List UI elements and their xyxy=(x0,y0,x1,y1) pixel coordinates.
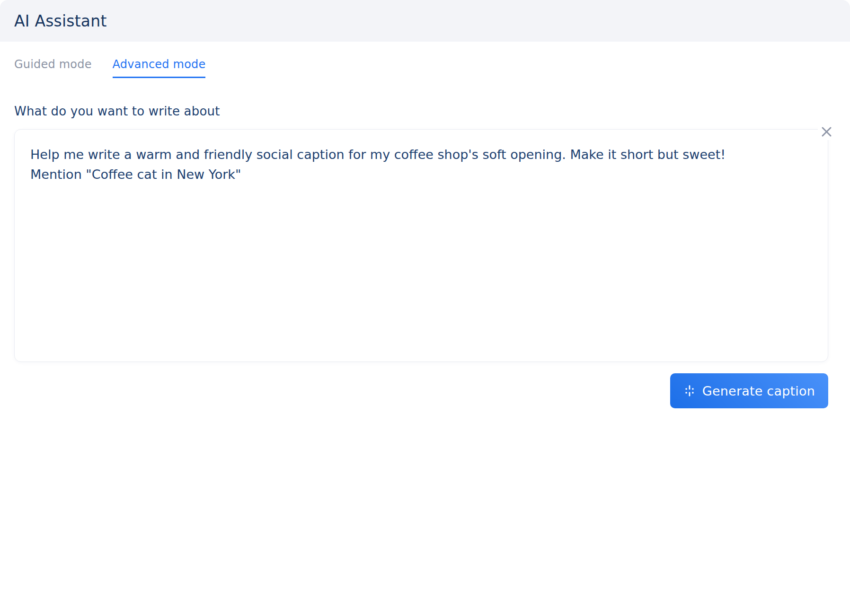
prompt-editor: Help me write a warm and friendly social… xyxy=(14,129,828,362)
generate-caption-label: Generate caption xyxy=(702,384,815,398)
prompt-label: What do you want to write about xyxy=(14,104,220,118)
generate-caption-button[interactable]: Generate caption xyxy=(670,373,828,408)
tab-advanced-mode[interactable]: Advanced mode xyxy=(113,58,206,78)
prompt-textarea[interactable]: Help me write a warm and friendly social… xyxy=(14,129,828,362)
sparkle-icon xyxy=(683,385,696,397)
tab-guided-mode[interactable]: Guided mode xyxy=(14,58,92,78)
mode-tabs: Guided mode Advanced mode xyxy=(14,58,205,78)
actions-row: Generate caption xyxy=(670,373,828,408)
close-icon xyxy=(820,125,833,138)
ai-assistant-panel: AI Assistant Guided mode Advanced mode W… xyxy=(0,0,850,616)
header-bar: AI Assistant xyxy=(0,0,850,42)
close-button[interactable] xyxy=(818,123,835,140)
page-title: AI Assistant xyxy=(14,12,107,30)
